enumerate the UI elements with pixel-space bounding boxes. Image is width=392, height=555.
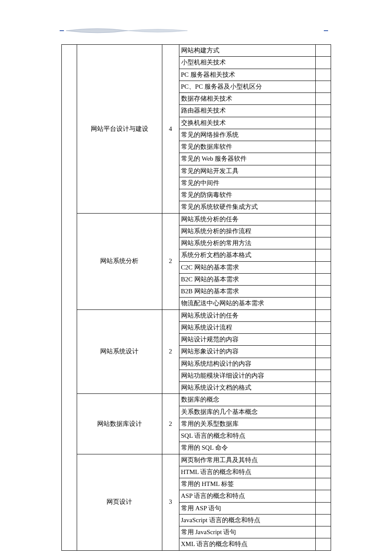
trailing-spacer-cell bbox=[315, 81, 331, 92]
topic-cell: 数据库的概念 bbox=[179, 394, 315, 406]
topic-cell: 网站系统结构设计的内容 bbox=[179, 358, 315, 370]
trailing-spacer-cell bbox=[315, 406, 331, 418]
trailing-spacer-cell bbox=[315, 129, 331, 141]
trailing-spacer-cell bbox=[315, 394, 331, 406]
trailing-spacer-cell bbox=[315, 418, 331, 430]
trailing-spacer-cell bbox=[315, 382, 331, 394]
trailing-spacer-cell bbox=[315, 454, 331, 466]
topic-cell: ASP 语言的概念和特点 bbox=[179, 490, 315, 502]
trailing-spacer-cell bbox=[315, 57, 331, 69]
topic-cell: 数据存储相关技术 bbox=[179, 93, 315, 105]
topic-cell: 常用 JavaScript 语句 bbox=[179, 526, 315, 538]
topic-cell: 常用的关系型数据库 bbox=[179, 418, 315, 430]
topic-cell: 常见的网站开发工具 bbox=[179, 165, 315, 177]
topic-cell: 常见的网络操作系统 bbox=[179, 129, 315, 141]
trailing-spacer-cell bbox=[315, 261, 331, 273]
topic-cell: 路由器相关技术 bbox=[179, 105, 315, 117]
topic-cell: B2B 网站的基本需求 bbox=[179, 286, 315, 298]
topic-cell: 网站形象设计的内容 bbox=[179, 346, 315, 358]
trailing-spacer-cell bbox=[315, 334, 331, 346]
trailing-spacer-cell bbox=[315, 165, 331, 177]
trailing-spacer-cell bbox=[315, 538, 331, 550]
topic-cell: 交换机相关技术 bbox=[179, 117, 315, 129]
topic-cell: HTML 语言的概念和特点 bbox=[179, 466, 315, 478]
trailing-spacer-cell bbox=[315, 321, 331, 333]
topic-cell: 网站系统设计流程 bbox=[179, 321, 315, 333]
category-cell: 网站数据库设计 bbox=[77, 394, 162, 454]
hours-cell: 2 bbox=[162, 213, 179, 309]
trailing-spacer-cell bbox=[315, 213, 331, 225]
table-row: 网站系统分析2网站系统分析的任务 bbox=[61, 213, 331, 225]
table-row: 网页设计3网页制作常用工具及其特点 bbox=[61, 454, 331, 466]
trailing-spacer-cell bbox=[315, 93, 331, 105]
topic-cell: 网站功能模块详细设计的内容 bbox=[179, 370, 315, 382]
header-ornament bbox=[0, 26, 392, 36]
trailing-spacer-cell bbox=[315, 346, 331, 358]
trailing-spacer-cell bbox=[315, 502, 331, 514]
topic-cell: 网页制作常用工具及其特点 bbox=[179, 454, 315, 466]
topic-cell: 常用的 SQL 命令 bbox=[179, 442, 315, 454]
topic-cell: 常见的数据库软件 bbox=[179, 141, 315, 153]
category-cell: 网站系统设计 bbox=[77, 309, 162, 394]
topic-cell: 网站系统分析的常用方法 bbox=[179, 237, 315, 249]
topic-cell: 系统分析文档的基本格式 bbox=[179, 249, 315, 261]
trailing-spacer-cell bbox=[315, 370, 331, 382]
trailing-spacer-cell bbox=[315, 442, 331, 454]
table-container: 网站平台设计与建设4网站构建方式小型机相关技术PC 服务器相关技术PC、PC 服… bbox=[0, 44, 392, 551]
document-page: 网站平台设计与建设4网站构建方式小型机相关技术PC 服务器相关技术PC、PC 服… bbox=[0, 0, 392, 555]
category-cell: 网站系统分析 bbox=[77, 213, 162, 309]
trailing-spacer-cell bbox=[315, 201, 331, 213]
topic-cell: 网站构建方式 bbox=[179, 45, 315, 57]
trailing-spacer-cell bbox=[315, 141, 331, 153]
topic-cell: 常见的 Web 服务器软件 bbox=[179, 153, 315, 165]
trailing-spacer-cell bbox=[315, 466, 331, 478]
topic-cell: XML 语言的概念和特点 bbox=[179, 538, 315, 550]
topic-cell: JavaScript 语言的概念和特点 bbox=[179, 514, 315, 526]
trailing-spacer-cell bbox=[315, 45, 331, 57]
trailing-spacer-cell bbox=[315, 273, 331, 285]
topic-cell: PC 服务器相关技术 bbox=[179, 69, 315, 81]
hours-cell: 4 bbox=[162, 45, 179, 214]
trailing-spacer-cell bbox=[315, 105, 331, 117]
topic-cell: 常用的 HTML 标签 bbox=[179, 478, 315, 490]
trailing-spacer-cell bbox=[315, 526, 331, 538]
topic-cell: 网站系统分析的操作流程 bbox=[179, 225, 315, 237]
trailing-spacer-cell bbox=[315, 189, 331, 201]
trailing-spacer-cell bbox=[315, 309, 331, 321]
trailing-spacer-cell bbox=[315, 286, 331, 298]
leading-spacer-cell bbox=[61, 45, 77, 551]
topic-cell: 常见的防病毒软件 bbox=[179, 189, 315, 201]
topic-cell: 网站系统设计文档的格式 bbox=[179, 382, 315, 394]
hours-cell: 3 bbox=[162, 454, 179, 550]
topic-cell: 小型机相关技术 bbox=[179, 57, 315, 69]
topic-cell: 关系数据库的几个基本概念 bbox=[179, 406, 315, 418]
topic-cell: 网站系统设计的任务 bbox=[179, 309, 315, 321]
topic-cell: 常见的中间件 bbox=[179, 177, 315, 189]
trailing-spacer-cell bbox=[315, 490, 331, 502]
table-row: 网站平台设计与建设4网站构建方式 bbox=[61, 45, 331, 57]
trailing-spacer-cell bbox=[315, 69, 331, 81]
syllabus-table: 网站平台设计与建设4网站构建方式小型机相关技术PC 服务器相关技术PC、PC 服… bbox=[61, 44, 331, 551]
trailing-spacer-cell bbox=[315, 298, 331, 309]
topic-cell: 常用 ASP 语句 bbox=[179, 502, 315, 514]
topic-cell: 网站系统分析的任务 bbox=[179, 213, 315, 225]
table-row: 网站系统设计2网站系统设计的任务 bbox=[61, 309, 331, 321]
trailing-spacer-cell bbox=[315, 478, 331, 490]
hours-cell: 2 bbox=[162, 394, 179, 454]
topic-cell: C2C 网站的基本需求 bbox=[179, 261, 315, 273]
topic-cell: SQL 语言的概念和特点 bbox=[179, 430, 315, 442]
topic-cell: PC、PC 服务器及小型机区分 bbox=[179, 81, 315, 92]
category-cell: 网页设计 bbox=[77, 454, 162, 550]
category-cell: 网站平台设计与建设 bbox=[77, 45, 162, 214]
table-row: 网站数据库设计2数据库的概念 bbox=[61, 394, 331, 406]
hours-cell: 2 bbox=[162, 309, 179, 394]
trailing-spacer-cell bbox=[315, 117, 331, 129]
trailing-spacer-cell bbox=[315, 514, 331, 526]
trailing-spacer-cell bbox=[315, 358, 331, 370]
topic-cell: 常见的系统软硬件集成方式 bbox=[179, 201, 315, 213]
topic-cell: B2C 网站的基本需求 bbox=[179, 273, 315, 285]
trailing-spacer-cell bbox=[315, 153, 331, 165]
trailing-spacer-cell bbox=[315, 430, 331, 442]
topic-cell: 网站设计规范的内容 bbox=[179, 334, 315, 346]
trailing-spacer-cell bbox=[315, 177, 331, 189]
